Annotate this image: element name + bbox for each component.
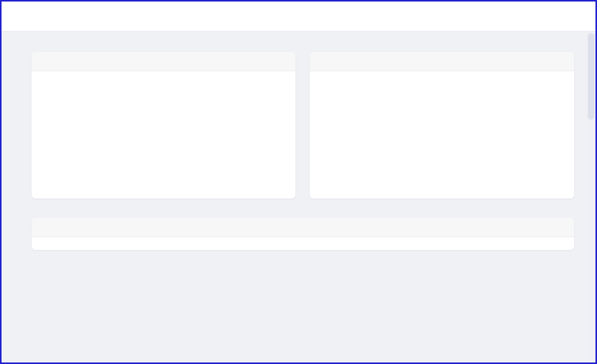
traffic-trend-panel (32, 52, 295, 199)
scrollbar-thumb[interactable] (588, 33, 594, 120)
access-type-panel-header (310, 52, 574, 71)
traffic-logs-panel-header (32, 218, 574, 237)
traffic-trend-line-chart (32, 71, 295, 199)
navbar (2, 2, 595, 32)
main-content (2, 32, 576, 250)
vertical-scrollbar[interactable] (587, 32, 595, 362)
charts-row (32, 52, 574, 199)
access-type-donut-chart (310, 71, 574, 199)
access-type-panel (310, 52, 574, 199)
traffic-trend-panel-header (32, 52, 295, 71)
traffic-logs-body (32, 237, 574, 250)
traffic-logs-panel (32, 218, 574, 250)
